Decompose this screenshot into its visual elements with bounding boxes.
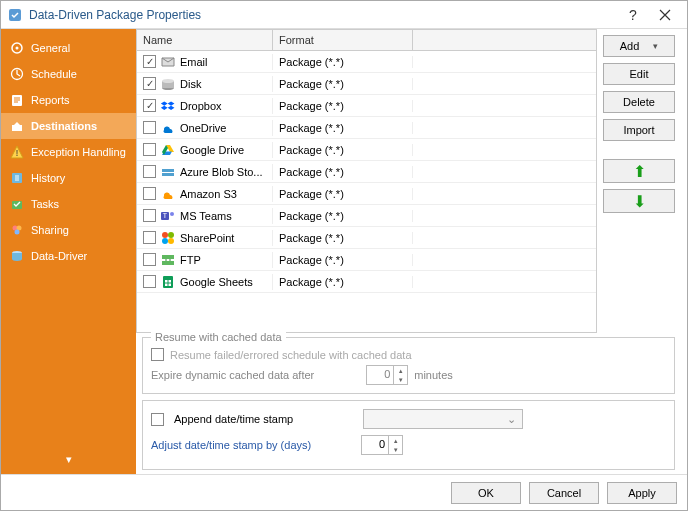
append-label: Append date/time stamp [174,413,293,425]
sidebar-item-label: History [31,172,65,184]
spinner-down-icon[interactable]: ▼ [394,375,407,384]
cancel-button[interactable]: Cancel [529,482,599,504]
expire-value-input[interactable]: 0 ▲▼ [366,365,408,385]
sidebar-icon [9,196,25,212]
svg-point-22 [168,232,174,238]
row-format: Package (*.*) [273,188,413,200]
sidebar-icon [9,248,25,264]
svg-text:T: T [163,212,168,219]
spinner-up-icon[interactable]: ▲ [394,366,407,375]
table-row[interactable]: Amazon S3Package (*.*) [137,183,596,205]
spinner-up-icon[interactable]: ▲ [389,436,402,445]
table-row[interactable]: OneDrivePackage (*.*) [137,117,596,139]
spinner-down-icon[interactable]: ▼ [389,445,402,454]
app-icon [7,7,23,23]
add-button[interactable]: Add [603,35,675,57]
sidebar-item-tasks[interactable]: Tasks [1,191,136,217]
row-checkbox[interactable] [143,209,156,222]
sidebar-item-history[interactable]: History [1,165,136,191]
row-name: Disk [180,78,201,90]
row-checkbox[interactable] [143,187,156,200]
destinations-grid: Name Format ✓EmailPackage (*.*)✓DiskPack… [136,29,597,333]
row-name: Amazon S3 [180,188,237,200]
table-row[interactable]: ✓DropboxPackage (*.*) [137,95,596,117]
table-row[interactable]: Google DrivePackage (*.*) [137,139,596,161]
svg-rect-25 [162,255,174,259]
row-checkbox[interactable]: ✓ [143,99,156,112]
svg-point-11 [15,230,20,235]
table-row[interactable]: Google SheetsPackage (*.*) [137,271,596,293]
table-row[interactable]: Azure Blob Sto...Package (*.*) [137,161,596,183]
disk-icon [160,76,176,92]
move-up-button[interactable]: ⬆ [603,159,675,183]
table-row[interactable]: FTPPackage (*.*) [137,249,596,271]
gsheets-icon [160,274,176,290]
edit-button[interactable]: Edit [603,63,675,85]
resume-checkbox [151,348,164,361]
append-checkbox[interactable] [151,413,164,426]
column-header-format[interactable]: Format [273,30,413,50]
import-button[interactable]: Import [603,119,675,141]
svg-rect-5 [12,125,22,131]
row-name: SharePoint [180,232,234,244]
sidebar-item-destinations[interactable]: Destinations [1,113,136,139]
close-button[interactable] [649,3,681,27]
sidebar-item-sharing[interactable]: Sharing [1,217,136,243]
row-checkbox[interactable] [143,121,156,134]
table-row[interactable]: TMS TeamsPackage (*.*) [137,205,596,227]
sidebar-icon: ! [9,144,25,160]
row-checkbox[interactable] [143,143,156,156]
main-panel: Name Format ✓EmailPackage (*.*)✓DiskPack… [136,29,687,474]
sidebar-item-label: Reports [31,94,70,106]
row-format: Package (*.*) [273,254,413,266]
svg-text:!: ! [16,148,19,158]
row-checkbox[interactable] [143,253,156,266]
sidebar: GeneralScheduleReportsDestinations!Excep… [1,29,136,474]
row-name: MS Teams [180,210,232,222]
row-checkbox[interactable] [143,231,156,244]
sidebar-item-schedule[interactable]: Schedule [1,61,136,87]
expire-label: Expire dynamic cached data after [151,369,314,381]
sidebar-item-general[interactable]: General [1,35,136,61]
row-name: Email [180,56,208,68]
s3-icon [160,186,176,202]
adjust-link[interactable]: Adjust date/time stamp by (days) [151,439,311,451]
sidebar-expand-icon[interactable]: ▾ [1,445,136,474]
svg-rect-16 [162,169,174,172]
sidebar-icon [9,66,25,82]
row-format: Package (*.*) [273,210,413,222]
table-row[interactable]: ✓DiskPackage (*.*) [137,73,596,95]
append-format-combo[interactable]: ⌄ [363,409,523,429]
email-icon [160,54,176,70]
dropbox-icon [160,98,176,114]
table-row[interactable]: ✓EmailPackage (*.*) [137,51,596,73]
expire-unit: minutes [414,369,453,381]
help-button[interactable]: ? [617,3,649,27]
table-row[interactable]: SharePointPackage (*.*) [137,227,596,249]
row-name: Dropbox [180,100,222,112]
resume-fieldset: Resume with cached data Resume failed/er… [142,337,675,394]
apply-button[interactable]: Apply [607,482,677,504]
window: Data-Driven Package Properties ? General… [0,0,688,511]
row-checkbox[interactable] [143,165,156,178]
row-checkbox[interactable] [143,275,156,288]
sidebar-item-label: Exception Handling [31,146,126,158]
row-checkbox[interactable]: ✓ [143,55,156,68]
teams-icon: T [160,208,176,224]
sidebar-item-exception-handling[interactable]: !Exception Handling [1,139,136,165]
svg-rect-17 [162,173,174,176]
adjust-value-input[interactable]: 0 ▲▼ [361,435,403,455]
row-checkbox[interactable]: ✓ [143,77,156,90]
resume-legend: Resume with cached data [151,331,286,343]
sidebar-icon [9,40,25,56]
column-header-rest [413,30,596,50]
ok-button[interactable]: OK [451,482,521,504]
sharept-icon [160,230,176,246]
sidebar-item-data-driver[interactable]: Data-Driver [1,243,136,269]
delete-button[interactable]: Delete [603,91,675,113]
move-down-button[interactable]: ⬇ [603,189,675,213]
row-name: Azure Blob Sto... [180,166,263,178]
sidebar-item-reports[interactable]: Reports [1,87,136,113]
column-header-name[interactable]: Name [137,30,273,50]
sidebar-item-label: Data-Driver [31,250,87,262]
